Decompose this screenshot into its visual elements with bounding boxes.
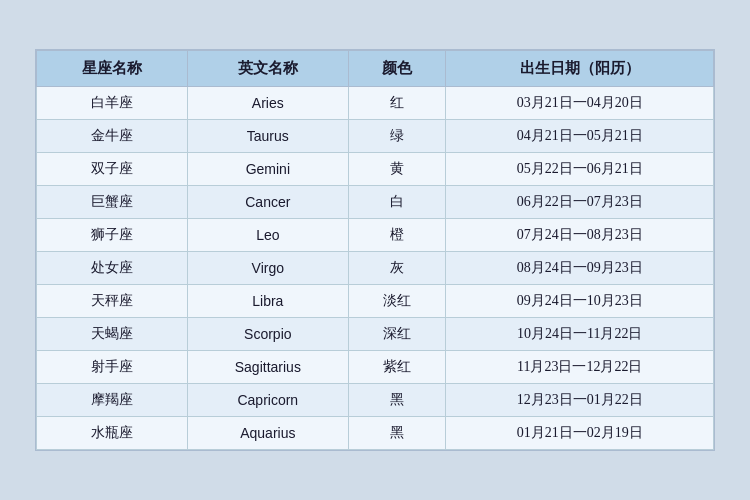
cell-color: 黑 [349,384,446,417]
cell-chinese-name: 金牛座 [37,120,188,153]
table-row: 水瓶座Aquarius黑01月21日一02月19日 [37,417,714,450]
table-row: 处女座Virgo灰08月24日一09月23日 [37,252,714,285]
cell-dates: 11月23日一12月22日 [446,351,714,384]
cell-color: 红 [349,87,446,120]
zodiac-table-container: 星座名称 英文名称 颜色 出生日期（阳历） 白羊座Aries红03月21日一04… [35,49,715,451]
cell-chinese-name: 水瓶座 [37,417,188,450]
cell-chinese-name: 摩羯座 [37,384,188,417]
cell-dates: 12月23日一01月22日 [446,384,714,417]
cell-chinese-name: 天秤座 [37,285,188,318]
cell-chinese-name: 射手座 [37,351,188,384]
cell-dates: 03月21日一04月20日 [446,87,714,120]
cell-english-name: Aries [187,87,348,120]
cell-color: 灰 [349,252,446,285]
cell-english-name: Gemini [187,153,348,186]
cell-english-name: Capricorn [187,384,348,417]
cell-dates: 06月22日一07月23日 [446,186,714,219]
cell-color: 黑 [349,417,446,450]
cell-english-name: Taurus [187,120,348,153]
header-english-name: 英文名称 [187,51,348,87]
cell-color: 黄 [349,153,446,186]
cell-english-name: Leo [187,219,348,252]
cell-dates: 10月24日一11月22日 [446,318,714,351]
table-header: 星座名称 英文名称 颜色 出生日期（阳历） [37,51,714,87]
zodiac-table: 星座名称 英文名称 颜色 出生日期（阳历） 白羊座Aries红03月21日一04… [36,50,714,450]
cell-color: 紫红 [349,351,446,384]
cell-chinese-name: 处女座 [37,252,188,285]
table-row: 巨蟹座Cancer白06月22日一07月23日 [37,186,714,219]
table-body: 白羊座Aries红03月21日一04月20日金牛座Taurus绿04月21日一0… [37,87,714,450]
cell-chinese-name: 白羊座 [37,87,188,120]
cell-english-name: Sagittarius [187,351,348,384]
table-row: 狮子座Leo橙07月24日一08月23日 [37,219,714,252]
table-row: 天秤座Libra淡红09月24日一10月23日 [37,285,714,318]
cell-color: 绿 [349,120,446,153]
cell-english-name: Cancer [187,186,348,219]
header-dates: 出生日期（阳历） [446,51,714,87]
table-row: 摩羯座Capricorn黑12月23日一01月22日 [37,384,714,417]
cell-dates: 05月22日一06月21日 [446,153,714,186]
cell-dates: 01月21日一02月19日 [446,417,714,450]
header-color: 颜色 [349,51,446,87]
header-chinese-name: 星座名称 [37,51,188,87]
cell-chinese-name: 巨蟹座 [37,186,188,219]
cell-color: 深红 [349,318,446,351]
cell-english-name: Libra [187,285,348,318]
cell-dates: 07月24日一08月23日 [446,219,714,252]
cell-color: 淡红 [349,285,446,318]
cell-english-name: Virgo [187,252,348,285]
cell-dates: 04月21日一05月21日 [446,120,714,153]
cell-english-name: Scorpio [187,318,348,351]
table-row: 天蝎座Scorpio深红10月24日一11月22日 [37,318,714,351]
cell-chinese-name: 狮子座 [37,219,188,252]
cell-chinese-name: 天蝎座 [37,318,188,351]
table-row: 金牛座Taurus绿04月21日一05月21日 [37,120,714,153]
cell-english-name: Aquarius [187,417,348,450]
table-row: 射手座Sagittarius紫红11月23日一12月22日 [37,351,714,384]
table-row: 白羊座Aries红03月21日一04月20日 [37,87,714,120]
cell-color: 橙 [349,219,446,252]
cell-dates: 09月24日一10月23日 [446,285,714,318]
table-row: 双子座Gemini黄05月22日一06月21日 [37,153,714,186]
cell-dates: 08月24日一09月23日 [446,252,714,285]
cell-color: 白 [349,186,446,219]
header-row: 星座名称 英文名称 颜色 出生日期（阳历） [37,51,714,87]
cell-chinese-name: 双子座 [37,153,188,186]
